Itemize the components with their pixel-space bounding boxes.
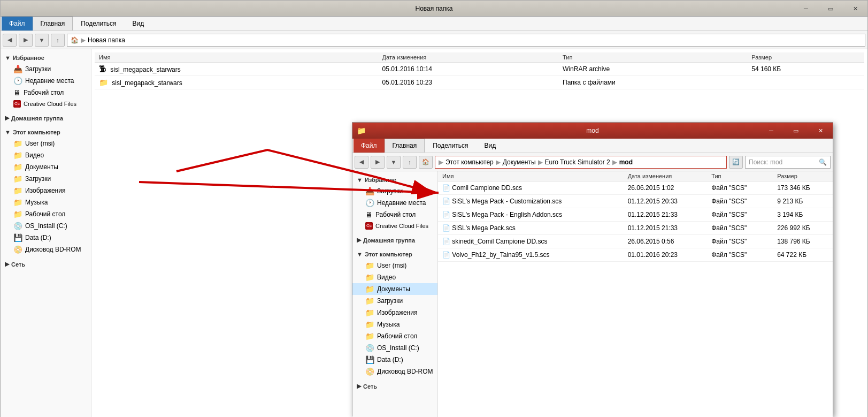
tab-view-fg[interactable]: Вид xyxy=(476,139,504,153)
sidebar-item-user[interactable]: 📁 User (msi) xyxy=(1,138,91,149)
sidebar-item-music[interactable]: 📁 Музыка xyxy=(1,196,91,208)
sidebar-item-bd[interactable]: 📀 Дисковод BD-ROM xyxy=(1,244,91,255)
fg-sidebar-os[interactable]: 💿 OS_Install (C:) xyxy=(352,342,437,354)
table-row[interactable]: 📄 Comil Campione DD.scs 26.06.2015 1:02 … xyxy=(438,181,833,195)
fg-sidebar-bd[interactable]: 📀 Дисковод BD-ROM xyxy=(352,366,437,377)
fg-restore-button[interactable]: ▭ xyxy=(783,123,808,139)
folder-icon: 📁 xyxy=(13,175,22,183)
fg-sidebar-documents[interactable]: 📁 Документы xyxy=(352,283,437,295)
search-box-fg[interactable]: Поиск: mod 🔍 xyxy=(745,156,831,169)
fg-file-date: 26.06.2015 0:56 xyxy=(624,235,708,248)
address-box-bg[interactable]: 🏠 ▶ Новая папка xyxy=(67,34,865,47)
sidebar-item-cc-files[interactable]: Cc Creative Cloud Files xyxy=(1,98,91,109)
forward-button-bg[interactable]: ▶ xyxy=(19,34,33,47)
sidebar-group-computer[interactable]: ▼ Этот компьютер xyxy=(1,127,91,138)
fg-sidebar-network[interactable]: ▶ Сеть xyxy=(352,381,437,392)
fg-sidebar-data[interactable]: 💾 Data (D:) xyxy=(352,354,437,366)
tab-share-fg[interactable]: Поделиться xyxy=(425,139,476,153)
table-row[interactable]: 📁 sisl_megapack_starwars 05.01.2016 10:2… xyxy=(95,76,864,89)
table-row[interactable]: 📄 SiSL's Mega Pack - English Addon.scs 0… xyxy=(438,208,833,222)
table-row[interactable]: 🗜 sisl_megapack_starwars 05.01.2016 10:1… xyxy=(95,63,864,76)
fg-sidebar-user[interactable]: 📁 User (msi) xyxy=(352,260,437,271)
fg-file-date: 26.06.2015 1:02 xyxy=(624,181,708,195)
fg-col-date[interactable]: Дата изменения xyxy=(624,171,708,181)
tab-file-fg[interactable]: Файл xyxy=(354,139,385,153)
fg-file-date: 01.12.2015 21:33 xyxy=(624,222,708,235)
fg-sidebar-item-cc[interactable]: Cc Creative Cloud Files xyxy=(352,221,437,231)
fg-sidebar-images[interactable]: 📁 Изображения xyxy=(352,307,437,319)
fg-sidebar-music[interactable]: 📁 Музыка xyxy=(352,319,437,330)
fg-sidebar-desktop2[interactable]: 📁 Рабочий стол xyxy=(352,330,437,342)
expand-icon: ▼ xyxy=(357,177,363,183)
sidebar-item-downloads2[interactable]: 📁 Загрузки xyxy=(1,173,91,185)
home-button-fg[interactable]: 🏠 xyxy=(419,156,433,169)
sidebar-item-recent[interactable]: 🕐 Недавние места xyxy=(1,75,91,87)
folder-icon: 📁 xyxy=(365,308,374,317)
fg-file-name: 📄 Volvo_Fh12_by_Taina95_v1.5.scs xyxy=(438,248,624,262)
fg-minimize-button[interactable]: ─ xyxy=(759,123,783,139)
dropdown-button-fg[interactable]: ▼ xyxy=(387,156,401,169)
fg-file-name: 📄 SiSL's Mega Pack.scs xyxy=(438,222,624,235)
table-row[interactable]: 📄 SiSL's Mega Pack - Customization.scs 0… xyxy=(438,195,833,208)
tab-home-bg[interactable]: Главная xyxy=(33,17,73,31)
expand-icon: ▶ xyxy=(357,237,361,244)
back-button-bg[interactable]: ◀ xyxy=(3,34,17,47)
table-row[interactable]: 📄 SiSL's Mega Pack.scs 01.12.2015 21:33 … xyxy=(438,222,833,235)
address-box-fg[interactable]: ▶ Этот компьютер ▶ Документы ▶ Euro Truc… xyxy=(435,156,727,169)
col-name-header-bg[interactable]: Имя xyxy=(95,52,378,63)
tab-home-fg[interactable]: Главная xyxy=(385,139,425,153)
bg-addressbar: ◀ ▶ ▼ ↑ 🏠 ▶ Новая папка xyxy=(1,31,867,49)
up-button-bg[interactable]: ↑ xyxy=(51,34,65,47)
minimize-button[interactable]: ─ xyxy=(794,1,818,17)
cc-icon: Cc xyxy=(13,100,21,108)
sidebar-group-homegroup[interactable]: ▶ Домашняя группа xyxy=(1,112,91,124)
sidebar-item-desktop2[interactable]: 📁 Рабочий стол xyxy=(1,208,91,220)
fg-sidebar-item-downloads[interactable]: 📥 Загрузки xyxy=(352,185,437,197)
dropdown-button-bg[interactable]: ▼ xyxy=(35,34,49,47)
sidebar-item-images[interactable]: 📁 Изображения xyxy=(1,185,91,196)
tab-view-bg[interactable]: Вид xyxy=(124,17,152,31)
back-button-fg[interactable]: ◀ xyxy=(355,156,368,169)
file-type: WinRAR archive xyxy=(558,63,747,76)
fg-sidebar-downloads2[interactable]: 📁 Загрузки xyxy=(352,295,437,307)
fg-sidebar-homegroup[interactable]: ▶ Домашняя группа xyxy=(352,234,437,246)
folder-icon: 📁 xyxy=(365,320,374,329)
fg-sidebar-video[interactable]: 📁 Видео xyxy=(352,271,437,283)
fg-sidebar-item-desktop[interactable]: 🖥 Рабочий стол xyxy=(352,209,437,221)
close-button[interactable]: ✕ xyxy=(843,1,867,17)
col-type-header-bg[interactable]: Тип xyxy=(558,52,747,63)
sidebar-item-os[interactable]: 💿 OS_Install (C:) xyxy=(1,220,91,232)
fg-col-name[interactable]: Имя xyxy=(438,171,624,181)
folder-icon: 📁 xyxy=(365,273,374,282)
fg-close-button[interactable]: ✕ xyxy=(808,123,833,139)
table-row[interactable]: 📄 Volvo_Fh12_by_Taina95_v1.5.scs 01.01.2… xyxy=(438,248,833,262)
sidebar-item-desktop[interactable]: 🖥 Рабочий стол xyxy=(1,87,91,98)
file-icon: 📄 xyxy=(442,224,450,232)
drive-icon: 💾 xyxy=(13,233,22,242)
sidebar-item-downloads[interactable]: 📥 Загрузки xyxy=(1,63,91,75)
up-button-fg[interactable]: ↑ xyxy=(403,156,417,169)
tab-file-bg[interactable]: Файл xyxy=(2,17,33,31)
sidebar-group-favorites[interactable]: ▼ Избранное xyxy=(1,52,91,63)
col-date-header-bg[interactable]: Дата изменения xyxy=(378,52,558,63)
fg-sidebar-computer[interactable]: ▼ Этот компьютер xyxy=(352,249,437,260)
restore-button[interactable]: ▭ xyxy=(818,1,843,17)
table-row[interactable]: 📄 skinedit_Comil Campione DD.scs 26.06.2… xyxy=(438,235,833,248)
fg-file-type: Файл "SCS" xyxy=(707,208,773,222)
sidebar-item-data[interactable]: 💾 Data (D:) xyxy=(1,232,91,244)
bg-titlebar-controls: ─ ▭ ✕ xyxy=(794,1,867,17)
refresh-button-fg[interactable]: 🔄 xyxy=(729,156,743,169)
fg-sidebar-favorites[interactable]: ▼ Избранное xyxy=(352,175,437,185)
sidebar-group-network[interactable]: ▶ Сеть xyxy=(1,259,91,270)
fg-window: 📁 mod ─ ▭ ✕ Файл Главная Поделиться Вид … xyxy=(352,122,833,416)
bg-window-title: Новая папка xyxy=(416,5,453,12)
fg-sidebar-item-recent[interactable]: 🕐 Недавние места xyxy=(352,197,437,209)
sidebar-item-documents[interactable]: 📁 Документы xyxy=(1,161,91,173)
forward-button-fg[interactable]: ▶ xyxy=(371,156,385,169)
tab-share-bg[interactable]: Поделиться xyxy=(73,17,124,31)
sidebar-item-video[interactable]: 📁 Видео xyxy=(1,149,91,161)
col-size-header-bg[interactable]: Размер xyxy=(747,52,864,63)
bg-ribbon: Файл Главная Поделиться Вид xyxy=(1,17,867,31)
fg-col-type[interactable]: Тип xyxy=(707,171,773,181)
fg-col-size[interactable]: Размер xyxy=(773,171,833,181)
